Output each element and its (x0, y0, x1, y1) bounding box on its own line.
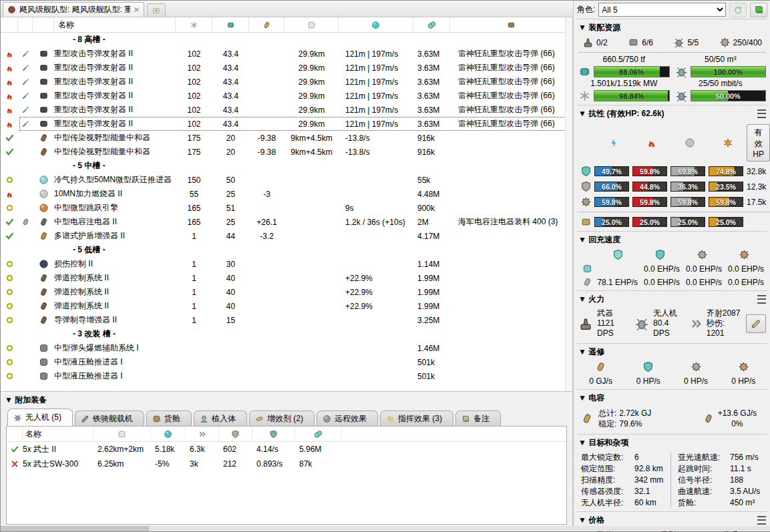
module-type-icon-cell (33, 343, 54, 353)
module-pg: 175 (176, 148, 212, 157)
module-state-icon-cell[interactable] (1, 91, 18, 100)
module-state-icon-cell[interactable] (1, 105, 18, 114)
module-row[interactable]: 冷气持久型50MN微型跃迁推进器1505055k (1, 173, 572, 187)
firepower-menu-icon[interactable] (757, 295, 766, 304)
character-select[interactable]: All 5 (598, 3, 726, 17)
close-tab-icon[interactable] (134, 7, 140, 13)
cap-total-label: 总计: (598, 408, 616, 419)
overheat-icon (5, 91, 14, 100)
recharge-title[interactable]: ▼ 回充速度 (578, 234, 620, 246)
module-row[interactable]: 弹道控制系统 II140+22.9%1.99M (1, 285, 572, 299)
price-title[interactable]: ▼ 价格 (578, 515, 604, 526)
module-row[interactable]: 导弹制导增强器 II1153.25M (1, 313, 572, 327)
module-state-icon-cell[interactable] (1, 302, 18, 310)
dc-module-icon (39, 259, 49, 269)
module-row[interactable]: 中型电容注电器 II16525+26.11.2k / 36s (+10s)2M海… (1, 215, 572, 229)
extras-tab-远程效果[interactable]: 远程效果 (317, 411, 378, 426)
extras-tab-植入体[interactable]: 植入体 (194, 411, 247, 426)
module-row[interactable]: 10MN加力燃烧器 II5525-34.48M (1, 187, 572, 201)
module-ammo-icon-cell (18, 218, 33, 226)
fit-tab[interactable]: 飓风级舰队型: 飓风级舰队型: 重攻 (3, 2, 144, 17)
module-state-icon-cell[interactable] (1, 288, 18, 296)
module-state-icon-cell[interactable] (1, 316, 18, 324)
module-row[interactable]: 重型攻击导弹发射器 II10243.429.9km121m | 197m/s3.… (1, 117, 572, 131)
new-tab-button[interactable] (147, 3, 166, 17)
module-state-icon-cell[interactable] (1, 358, 18, 366)
drone-label: 无人机 (653, 308, 685, 318)
module-row[interactable]: 重型攻击导弹发射器 II10243.429.9km121m | 197m/s3.… (1, 89, 572, 103)
module-state-icon-cell[interactable] (1, 77, 18, 86)
targeting-stat: 亚光速航速:756 m/s (678, 453, 765, 462)
drone-state-icon-cell[interactable] (7, 460, 23, 468)
module-state-icon-cell[interactable] (1, 372, 18, 380)
shield-recharge-column (639, 249, 681, 260)
extras-tab-指挥效果3[interactable]: 指挥效果 (3) (380, 411, 453, 426)
targeting-stat-label: 锁定范围: (581, 464, 634, 473)
price-menu-icon[interactable] (757, 516, 766, 525)
module-state-icon-cell[interactable] (1, 232, 18, 240)
layer-hp-value: 32.8k (747, 167, 770, 176)
drone-state-icon-cell[interactable] (7, 445, 23, 453)
module-state-icon-cell[interactable] (1, 134, 18, 142)
overheat-icon (5, 77, 14, 86)
module-row[interactable]: 弹道控制系统 II140+22.9%1.99M (1, 299, 572, 313)
remote-title[interactable]: ▼ 遥修 (578, 346, 604, 358)
passive-regen-icon (577, 264, 597, 274)
module-state-icon-cell[interactable] (1, 344, 18, 352)
module-row[interactable]: 重型攻击导弹发射器 II10243.429.9km121m | 197m/s3.… (1, 75, 572, 89)
module-state-icon-cell[interactable] (1, 260, 18, 268)
extras-tab-铁骑舰载机[interactable]: 铁骑舰载机 (75, 411, 144, 426)
resists-title[interactable]: ▼ 抗性 (有效HP: 62.6k) (578, 108, 664, 119)
targeting-title[interactable]: ▼ 目标和杂项 (578, 437, 628, 449)
targeting-stat-value: 32.1 (634, 487, 650, 496)
damage-pattern-button[interactable] (746, 314, 766, 333)
firepower-title[interactable]: ▼ 火力 (578, 294, 604, 305)
drone-row[interactable]: 5x 武士SW-3006.25km-5%3k2120.893/s87k (7, 457, 566, 471)
module-row[interactable]: 重型攻击导弹发射器 II10243.429.9km121m | 197m/s3.… (1, 47, 572, 61)
module-type-icon-cell (33, 273, 54, 283)
module-row[interactable]: 多谱式护盾增强器 II144-3.24.17M (1, 229, 572, 243)
module-cpu: 30 (212, 260, 249, 269)
module-state-icon-cell[interactable] (1, 119, 18, 128)
resource-bar-percent: 100.00% (691, 67, 766, 77)
export-button[interactable] (750, 3, 767, 17)
extras-panel-title[interactable]: ▼ 附加装备 (1, 392, 572, 407)
module-row[interactable]: 重型攻击导弹发射器 II10243.429.9km121m | 197m/s3.… (1, 61, 572, 75)
bcs-module-icon (39, 315, 49, 325)
module-row[interactable]: 损伤控制 II1301.14M (1, 257, 572, 271)
module-state-icon-cell[interactable] (1, 176, 18, 184)
module-state-icon-cell[interactable] (1, 190, 18, 198)
passive-regen-icon (582, 264, 592, 274)
module-state-icon-cell[interactable] (1, 274, 18, 282)
resist-bar-kinetic: 69.8% (670, 166, 705, 176)
extras-tab-货舱[interactable]: 货舱 (146, 411, 192, 426)
capacitor-title[interactable]: ▼ 电容 (578, 392, 604, 404)
module-row[interactable]: 重型攻击导弹发射器 II10243.429.9km121m | 197m/s3.… (1, 103, 572, 117)
module-state-icon-cell[interactable] (1, 63, 18, 72)
resists-menu-icon[interactable] (757, 109, 766, 118)
module-row[interactable]: 中型传染视野型能量中和器17520-9.389km+4.5km-13.8/s91… (1, 131, 572, 145)
extras-tab-增效剂2[interactable]: 增效剂 (2) (249, 411, 315, 426)
hardpoint-value: 5/5 (687, 38, 699, 47)
drone-row[interactable]: 5x 武士 II2.62km+2km5.18k6.3k6024.14/s5.96… (7, 442, 566, 457)
module-row[interactable]: 中型液压舱推进器 I501k (1, 369, 572, 383)
stats-panel: 角色: All 5 ▼ 装配资源 0/26/65/5250/400 660.5/… (573, 1, 770, 527)
module-state-icon-cell[interactable] (1, 218, 18, 226)
fitting-table-scrollbar[interactable] (565, 17, 572, 391)
module-row[interactable]: 中型微型跳跃引擎165519s900k (1, 201, 572, 215)
module-row[interactable]: 中型弹头爆燃辅助系统 I1.46M (1, 341, 572, 355)
module-state-icon-cell[interactable] (1, 49, 18, 58)
module-state-icon-cell[interactable] (1, 204, 18, 212)
extras-tabs: 无人机 (5)铁骑舰载机货舱植入体增效剂 (2)远程效果指挥效果 (3)备注 (1, 407, 572, 426)
extras-tab-备注[interactable]: 备注 (455, 411, 501, 426)
module-row[interactable]: 中型传染视野型能量中和器17520-9.389km+4.5km-13.8/s91… (1, 145, 572, 159)
ehp-button[interactable]: 有效HP (747, 124, 770, 162)
module-state-icon-cell[interactable] (1, 148, 18, 156)
refresh-button[interactable] (729, 3, 747, 17)
extras-tab-无人机5[interactable]: 无人机 (5) (7, 409, 73, 426)
module-row[interactable]: 弹道控制系统 II140+22.9%1.99M (1, 271, 572, 285)
targeting-stat-label: 起跳时间: (678, 464, 730, 473)
shield-layer-icon-cell (577, 166, 594, 177)
module-row[interactable]: 中型液压舱推进器 I501k (1, 355, 572, 369)
resources-title[interactable]: ▼ 装配资源 (578, 22, 620, 33)
